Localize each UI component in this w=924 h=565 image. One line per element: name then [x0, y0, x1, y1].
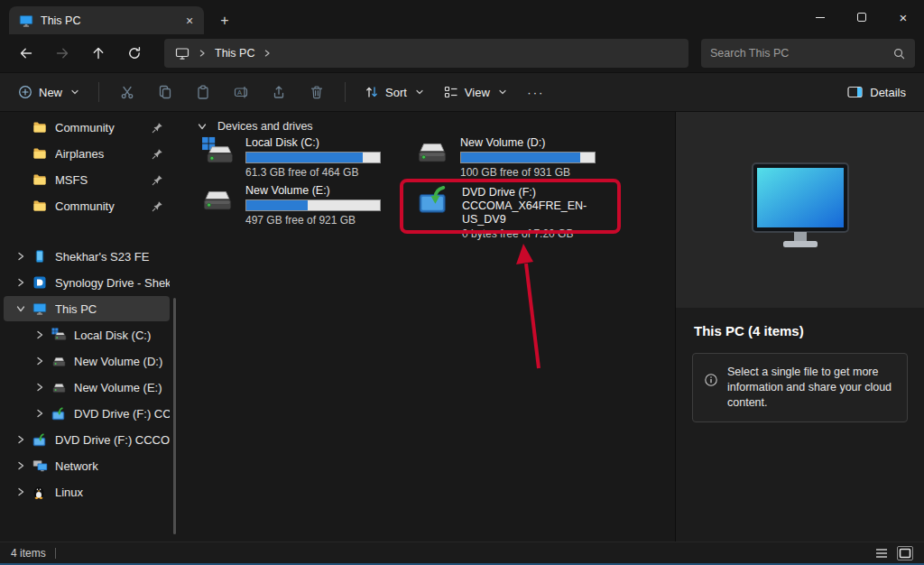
- dvd-icon: [51, 407, 70, 421]
- details-view-icon[interactable]: [873, 546, 890, 560]
- new-button[interactable]: New: [9, 78, 88, 107]
- sidebar-item-msfs[interactable]: MSFS: [4, 167, 170, 192]
- sidebar-item-linux[interactable]: Linux: [4, 479, 170, 505]
- drive-tile-new-volume-e[interactable]: New Volume (E:)497 GB free of 921 GB: [200, 184, 410, 227]
- close-icon: ×: [900, 11, 908, 24]
- chevron-right-icon[interactable]: [13, 486, 29, 497]
- address-bar[interactable]: This PC: [164, 39, 688, 68]
- content-area: Devices and drives Local Disk (C:)61.3 G…: [189, 112, 675, 542]
- status-bar: 4 items: [0, 542, 924, 563]
- large-icons-view-icon[interactable]: [897, 546, 913, 560]
- sidebar-item-dvd-drive-f-cccoma-x64[interactable]: DVD Drive (F:) CCCOMA_X64: [4, 427, 170, 452]
- system-drive-icon: [51, 328, 70, 342]
- info-icon: [704, 373, 718, 387]
- capacity-bar: [245, 152, 381, 163]
- search-input[interactable]: [710, 47, 892, 60]
- explorer-body: CommunityAirplanesMSFSCommunityShekhar's…: [0, 112, 924, 542]
- folder-icon: [32, 199, 51, 213]
- view-button[interactable]: View: [435, 78, 516, 107]
- refresh-button[interactable]: [117, 39, 152, 68]
- capacity-bar-fill: [246, 153, 363, 162]
- group-header-devices-and-drives[interactable]: Devices and drives: [194, 120, 313, 133]
- forward-button[interactable]: [45, 39, 79, 68]
- drive-subtitle: CCCOMA_X64FRE_EN-US_DV9: [462, 199, 626, 227]
- share-button[interactable]: [261, 78, 297, 107]
- chevron-right-icon[interactable]: [13, 460, 29, 471]
- details-pane-button[interactable]: Details: [838, 78, 915, 107]
- new-tab-button[interactable]: +: [211, 8, 238, 33]
- item-count: 4 items: [11, 547, 46, 560]
- sidebar-item-label: New Volume (D:): [74, 355, 170, 368]
- rename-button[interactable]: A: [223, 78, 259, 107]
- window-controls: ×: [799, 0, 924, 34]
- sidebar-item-synology-drive-shekhar-na[interactable]: Synology Drive - Shekhar-NA: [4, 270, 170, 295]
- sidebar-item-label: This PC: [55, 302, 170, 316]
- sort-button[interactable]: Sort: [356, 78, 433, 107]
- sidebar-item-this-pc[interactable]: This PC: [4, 296, 170, 321]
- cut-button[interactable]: [109, 78, 145, 107]
- sidebar-item-local-disk-c[interactable]: Local Disk (C:): [4, 322, 170, 347]
- copy-button[interactable]: [147, 78, 183, 107]
- chevron-right-icon[interactable]: [13, 277, 29, 288]
- search-box[interactable]: [701, 39, 915, 68]
- maximize-icon: [857, 13, 866, 22]
- file-explorer-window: This PC × + × This P: [0, 0, 924, 565]
- sidebar-item-airplanes[interactable]: Airplanes: [4, 141, 170, 166]
- chevron-down-icon[interactable]: [13, 303, 29, 314]
- chevron-right-icon[interactable]: [32, 408, 48, 419]
- sidebar-item-label: New Volume (E:): [74, 381, 170, 394]
- back-button[interactable]: [9, 39, 43, 68]
- sidebar-item-label: DVD Drive (F:) CCCOMA_X64: [55, 433, 170, 447]
- drive-tile-new-volume-d[interactable]: New Volume (D:)100 GB free of 931 GB: [415, 136, 624, 180]
- breadcrumb-this-pc[interactable]: This PC: [215, 47, 254, 60]
- chevron-right-icon[interactable]: [32, 356, 48, 366]
- sidebar-item-label: Airplanes: [55, 147, 148, 161]
- navigation-pane: CommunityAirplanesMSFSCommunityShekhar's…: [0, 112, 189, 542]
- sidebar-item-label: Community: [55, 199, 148, 213]
- sidebar-item-dvd-drive-f-cccoma-x6[interactable]: DVD Drive (F:) CCCOMA_X6: [4, 401, 170, 426]
- chevron-down-icon: [70, 88, 79, 97]
- sidebar-scrollbar[interactable]: [173, 298, 176, 534]
- paste-button[interactable]: [185, 78, 221, 107]
- tab-label: This PC: [41, 14, 80, 27]
- sidebar-item-network[interactable]: Network: [4, 453, 170, 478]
- details-pane: This PC (4 items) Select a single file t…: [675, 112, 924, 542]
- delete-button[interactable]: [299, 78, 335, 107]
- svg-text:A: A: [237, 88, 242, 97]
- new-button-label: New: [39, 86, 62, 99]
- chevron-down-icon: [415, 88, 424, 97]
- sidebar-item-community[interactable]: Community: [4, 193, 170, 218]
- pin-icon: [152, 200, 170, 212]
- view-layout-icon: [444, 85, 458, 99]
- sidebar-item-label: MSFS: [55, 173, 148, 187]
- toolbar-divider: [345, 82, 346, 102]
- free-space-label: 100 GB free of 931 GB: [460, 166, 596, 180]
- chevron-right-icon[interactable]: [13, 434, 29, 445]
- maximize-button[interactable]: [841, 0, 882, 34]
- chevron-right-icon[interactable]: [13, 251, 29, 262]
- sidebar-item-new-volume-e[interactable]: New Volume (E:): [4, 375, 170, 400]
- capacity-bar-fill: [461, 153, 580, 162]
- tab-close-icon[interactable]: ×: [180, 12, 199, 30]
- minimize-button[interactable]: [799, 0, 841, 34]
- chevron-right-icon[interactable]: [32, 329, 48, 340]
- sidebar-item-shekhar-s-s23-fe[interactable]: Shekhar's S23 FE: [4, 244, 170, 269]
- close-button[interactable]: ×: [882, 0, 924, 34]
- toolbar-divider: [98, 82, 99, 102]
- minimize-icon: [816, 17, 825, 18]
- pc-outline-icon: [175, 46, 189, 60]
- sidebar-item-new-volume-d[interactable]: New Volume (D:): [4, 348, 170, 374]
- sidebar-item-label: DVD Drive (F:) CCCOMA_X6: [74, 407, 170, 421]
- drive-tile-local-disk-c[interactable]: Local Disk (C:)61.3 GB free of 464 GB: [200, 136, 410, 180]
- tab-this-pc[interactable]: This PC ×: [9, 6, 204, 34]
- chevron-right-icon[interactable]: [32, 382, 48, 393]
- sort-button-label: Sort: [385, 86, 407, 99]
- group-header-label: Devices and drives: [217, 120, 313, 133]
- network-icon: [32, 459, 51, 473]
- drive-info: DVD Drive (F:)CCCOMA_X64FRE_EN-US_DV90 b…: [462, 186, 626, 241]
- more-options-button[interactable]: ···: [518, 78, 554, 107]
- plus-circle-icon: [18, 85, 32, 99]
- sidebar-item-community[interactable]: Community: [4, 115, 170, 140]
- drive-tile-dvd-drive-f[interactable]: DVD Drive (F:)CCCOMA_X64FRE_EN-US_DV90 b…: [417, 186, 626, 241]
- up-button[interactable]: [81, 39, 116, 68]
